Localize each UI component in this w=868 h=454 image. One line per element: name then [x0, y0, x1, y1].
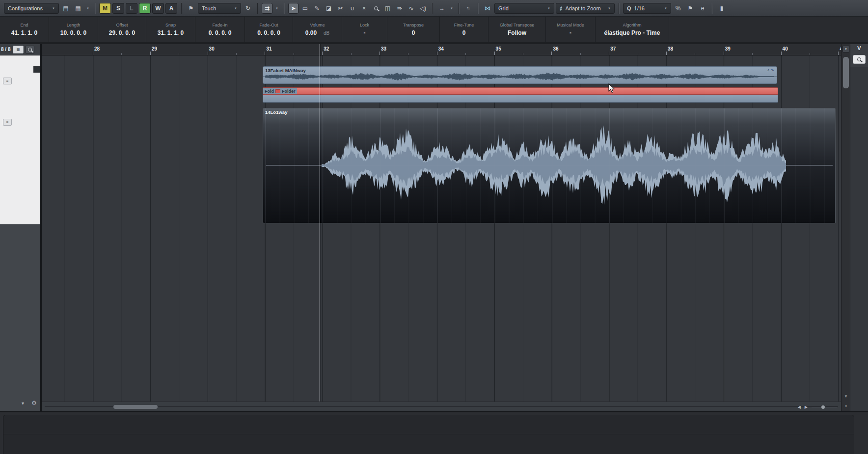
folder-part-bar[interactable]	[297, 88, 778, 94]
track-search-button[interactable]	[26, 46, 34, 53]
chevron-down-icon: ▼	[844, 48, 847, 51]
infoline-field-volume[interactable]: Volume0.00dB	[293, 17, 342, 42]
write-automation-button[interactable]: W	[152, 3, 164, 14]
infoline-label: Fade-In	[212, 23, 227, 27]
infoline-value: -	[364, 29, 366, 36]
vscrollbar-thumb[interactable]	[843, 57, 849, 88]
track-height-presets-icon[interactable]: ▮	[716, 3, 727, 14]
playhead[interactable]	[320, 44, 320, 401]
audiowarp-quantize-icon[interactable]: ⚑	[685, 3, 696, 14]
play-scrub-tool[interactable]: ◁)	[418, 3, 428, 14]
time-warp-tool[interactable]: ⇛	[394, 3, 405, 14]
audio-event-13falcet-mainway[interactable]: 13Falcet MAINway ♪ ∿	[263, 66, 777, 84]
horizontal-scrollbar[interactable]: ◀ ▶	[42, 401, 841, 411]
track-list-panel[interactable]: ≡ ≡	[0, 55, 40, 224]
timeline-ruler[interactable]: 282930313233343536373839404	[42, 44, 841, 55]
infoline-field-fine-tune[interactable]: Fine-Tune0	[440, 17, 488, 42]
automation-return-time-icon[interactable]: ↻	[243, 3, 253, 14]
track-control-button-upper[interactable]: ≡	[3, 78, 12, 84]
deactivate-listen-button[interactable]: L	[126, 3, 137, 14]
nudge-options-dropdown[interactable]: ▼	[449, 3, 455, 14]
infoline-field-fade-in[interactable]: Fade-In0. 0. 0. 0	[195, 17, 245, 42]
infoline-field-fade-out[interactable]: Fade-Out0. 0. 0. 0	[245, 17, 293, 42]
infoline-field-lock[interactable]: Lock-	[342, 17, 387, 42]
list-icon: ≡	[6, 79, 9, 83]
snap-type-dropdown[interactable]: Grid▼	[494, 3, 554, 14]
open-quantize-panel-button[interactable]: e	[697, 3, 708, 14]
track-list-handle[interactable]	[33, 66, 40, 73]
main-area: 8 / 8 ≣ ≡ ≡ ▾ ⚙	[0, 44, 868, 411]
infoline-field-end[interactable]: End41. 1. 1. 0	[0, 17, 49, 42]
zoom-slider[interactable]	[812, 407, 837, 407]
infoline-value: 31. 1. 1. 0	[158, 29, 184, 36]
window-layout-options-dropdown[interactable]: ▼	[85, 3, 91, 14]
track-list-rail: 8 / 8 ≣ ≡ ≡ ▾ ⚙	[0, 44, 42, 411]
infoline-value-row: 10. 0. 0. 0	[60, 29, 86, 36]
read-automation-button[interactable]: R	[139, 3, 151, 14]
auto-scroll-options-dropdown[interactable]: ▼	[274, 3, 280, 14]
infoline-field-musical-mode[interactable]: Musical Mode-	[546, 17, 596, 42]
arrange-area[interactable]: 13Falcet MAINway ♪ ∿ Fold Folder	[42, 55, 841, 411]
infoline-label: Offset	[116, 23, 128, 27]
mute-tool[interactable]: ×	[359, 3, 369, 14]
infoline-field-transpose[interactable]: Transpose0	[387, 17, 440, 42]
ruler-bar-tick	[838, 52, 839, 55]
auto-scroll-button[interactable]: ⇉	[262, 3, 272, 14]
scroll-down-button[interactable]: ▾	[841, 394, 850, 399]
infoline-value-row: -	[364, 29, 366, 36]
folder-part[interactable]: Fold Folder	[263, 87, 778, 103]
right-rail-label: V	[850, 45, 868, 51]
infoline-field-algorithm[interactable]: Algorithmélastique Pro - Time	[596, 17, 669, 42]
infoline-value-row: 0	[462, 29, 466, 36]
suspend-automation-button[interactable]: A	[165, 3, 177, 14]
deactivate-mute-button[interactable]: M	[99, 3, 111, 14]
infoline-field-offset[interactable]: Offset29. 0. 0. 0	[98, 17, 146, 42]
quantize-preset-dropdown[interactable]: Q1/16▼	[623, 3, 671, 14]
setup-window-layout-icon[interactable]: ▤	[60, 3, 71, 14]
line-tool[interactable]: ∿	[406, 3, 416, 14]
event-name: 13Falcet MAINway	[263, 67, 777, 74]
snap-on-off-button[interactable]: ⋈	[482, 3, 493, 14]
track-list-options-button[interactable]: ≣	[13, 46, 24, 53]
folder-part-header[interactable]: Fold Folder	[263, 87, 778, 95]
infoline-field-global-transpose[interactable]: Global TransposeFollow	[488, 17, 546, 42]
object-selection-tool[interactable]: ➤	[288, 3, 298, 14]
infoline-field-length[interactable]: Length10. 0. 0. 0	[49, 17, 98, 42]
infoline-value: 41. 1. 1. 0	[11, 29, 37, 36]
scroll-right-button[interactable]: ▶	[805, 405, 808, 409]
track-control-button-lower[interactable]: ≡	[3, 119, 12, 126]
horizontal-zoom-controls: ◀ ▶	[798, 402, 837, 411]
folder-part-body[interactable]	[263, 95, 778, 103]
window-zones-icon[interactable]: ▦	[73, 3, 83, 14]
ruler-options-button[interactable]: ▼	[842, 46, 849, 53]
infoline-value-row: 0. 0. 0. 0	[209, 29, 232, 36]
event-display: 282930313233343536373839404 13Falcet MAI…	[42, 44, 841, 411]
vertical-scrollbar[interactable]: ▼ ▾ ●	[841, 44, 850, 411]
infoline-field-snap[interactable]: Snap31. 1. 1. 0	[146, 17, 195, 42]
automation-mode-dropdown[interactable]: Touch▼	[198, 3, 241, 14]
track-settings-gear-icon[interactable]: ⚙	[31, 400, 37, 406]
scroll-left-button[interactable]: ◀	[798, 405, 801, 409]
erase-tool[interactable]: ◪	[324, 3, 334, 14]
scrollbar-thumb[interactable]	[113, 405, 158, 409]
nudge-palette-icon[interactable]: →	[436, 3, 447, 14]
glue-tool[interactable]: ∪	[347, 3, 357, 14]
comp-tool[interactable]: ◫	[382, 3, 393, 14]
audio-event-14lo1way[interactable]: 14Lo1way	[263, 108, 836, 223]
zoom-presets-button[interactable]	[853, 55, 866, 64]
grid-type-dropdown[interactable]: ♯Adapt to Zoom▼	[556, 3, 615, 14]
zoom-slider-handle[interactable]	[821, 405, 825, 409]
vertical-zoom-handle[interactable]: ●	[841, 404, 850, 407]
iterative-quantize-icon[interactable]: %	[673, 3, 683, 14]
draw-tool[interactable]: ✎	[312, 3, 322, 14]
configurations-dropdown[interactable]: Configurations▼	[4, 3, 59, 14]
automation-mode-icon[interactable]: ⚑	[186, 3, 196, 14]
deactivate-solo-button[interactable]: S	[112, 3, 124, 14]
track-scale-button[interactable]: ▾	[22, 401, 24, 406]
ruler-beat-tick	[695, 53, 695, 55]
range-selection-tool[interactable]: ▭	[300, 3, 310, 14]
snap-to-zero-crossing-button[interactable]: ≈	[463, 3, 474, 14]
zoom-tool[interactable]	[371, 3, 381, 14]
split-tool[interactable]: ✂	[335, 3, 346, 14]
scrollbar-track[interactable]	[45, 406, 838, 407]
